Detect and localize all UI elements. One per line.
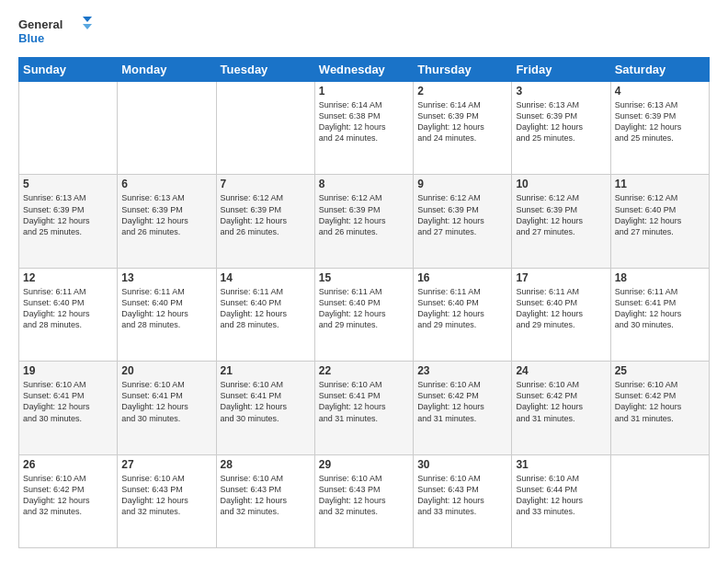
calendar-cell: 18Sunrise: 6:11 AM Sunset: 6:41 PM Dayli… (610, 268, 709, 361)
calendar-cell: 25Sunrise: 6:10 AM Sunset: 6:42 PM Dayli… (610, 362, 709, 454)
day-info: Sunrise: 6:11 AM Sunset: 6:40 PM Dayligh… (319, 286, 409, 331)
calendar-cell: 29Sunrise: 6:10 AM Sunset: 6:43 PM Dayli… (314, 454, 413, 547)
day-number: 8 (319, 178, 409, 190)
day-number: 25 (615, 364, 705, 377)
svg-text:Blue: Blue (18, 31, 44, 45)
day-info: Sunrise: 6:11 AM Sunset: 6:41 PM Dayligh… (615, 286, 705, 331)
calendar-week-row: 19Sunrise: 6:10 AM Sunset: 6:41 PM Dayli… (19, 362, 710, 454)
calendar-cell: 13Sunrise: 6:11 AM Sunset: 6:40 PM Dayli… (118, 268, 216, 361)
calendar-cell: 3Sunrise: 6:13 AM Sunset: 6:39 PM Daylig… (512, 82, 610, 175)
day-number: 10 (516, 178, 606, 190)
calendar-cell: 26Sunrise: 6:10 AM Sunset: 6:42 PM Dayli… (19, 454, 118, 547)
calendar-cell: 24Sunrise: 6:10 AM Sunset: 6:42 PM Dayli… (512, 362, 610, 454)
weekday-header: Saturday (610, 58, 709, 82)
calendar-cell: 31Sunrise: 6:10 AM Sunset: 6:44 PM Dayli… (512, 454, 610, 547)
day-info: Sunrise: 6:12 AM Sunset: 6:39 PM Dayligh… (221, 192, 311, 237)
calendar-cell: 23Sunrise: 6:10 AM Sunset: 6:42 PM Dayli… (414, 362, 512, 454)
day-info: Sunrise: 6:14 AM Sunset: 6:38 PM Dayligh… (319, 99, 409, 144)
day-info: Sunrise: 6:13 AM Sunset: 6:39 PM Dayligh… (615, 99, 705, 144)
calendar-cell: 12Sunrise: 6:11 AM Sunset: 6:40 PM Dayli… (19, 268, 118, 361)
day-number: 13 (121, 271, 211, 284)
calendar-cell (19, 82, 118, 175)
day-number: 12 (23, 271, 113, 284)
day-number: 5 (23, 178, 113, 190)
day-info: Sunrise: 6:10 AM Sunset: 6:43 PM Dayligh… (221, 473, 311, 518)
day-info: Sunrise: 6:10 AM Sunset: 6:43 PM Dayligh… (417, 473, 507, 518)
calendar-cell: 8Sunrise: 6:12 AM Sunset: 6:39 PM Daylig… (314, 175, 413, 268)
day-number: 4 (615, 85, 705, 98)
calendar-cell: 27Sunrise: 6:10 AM Sunset: 6:43 PM Dayli… (118, 454, 216, 547)
calendar-cell: 9Sunrise: 6:12 AM Sunset: 6:39 PM Daylig… (414, 175, 512, 268)
day-number: 21 (221, 364, 311, 377)
weekday-header: Wednesday (314, 58, 413, 82)
calendar-cell: 4Sunrise: 6:13 AM Sunset: 6:39 PM Daylig… (610, 82, 709, 175)
weekday-header: Friday (512, 58, 610, 82)
day-info: Sunrise: 6:11 AM Sunset: 6:40 PM Dayligh… (417, 286, 507, 331)
logo: General Blue (18, 15, 92, 48)
calendar-cell: 15Sunrise: 6:11 AM Sunset: 6:40 PM Dayli… (314, 268, 413, 361)
calendar-cell (216, 82, 314, 175)
day-number: 30 (417, 458, 507, 471)
calendar-cell: 20Sunrise: 6:10 AM Sunset: 6:41 PM Dayli… (118, 362, 216, 454)
day-number: 19 (23, 364, 113, 377)
day-number: 14 (221, 271, 311, 284)
day-info: Sunrise: 6:10 AM Sunset: 6:42 PM Dayligh… (417, 379, 507, 424)
header: General Blue (18, 15, 710, 48)
day-info: Sunrise: 6:13 AM Sunset: 6:39 PM Dayligh… (121, 192, 211, 237)
weekday-header: Monday (118, 58, 216, 82)
day-number: 6 (121, 178, 211, 190)
day-number: 22 (319, 364, 409, 377)
calendar-cell: 19Sunrise: 6:10 AM Sunset: 6:41 PM Dayli… (19, 362, 118, 454)
day-number: 11 (615, 178, 705, 190)
calendar-cell: 16Sunrise: 6:11 AM Sunset: 6:40 PM Dayli… (414, 268, 512, 361)
day-info: Sunrise: 6:14 AM Sunset: 6:39 PM Dayligh… (417, 99, 507, 144)
day-info: Sunrise: 6:11 AM Sunset: 6:40 PM Dayligh… (516, 286, 606, 331)
calendar-week-row: 12Sunrise: 6:11 AM Sunset: 6:40 PM Dayli… (19, 268, 710, 361)
day-number: 3 (516, 85, 606, 98)
calendar-cell: 30Sunrise: 6:10 AM Sunset: 6:43 PM Dayli… (414, 454, 512, 547)
weekday-header: Thursday (414, 58, 512, 82)
day-info: Sunrise: 6:10 AM Sunset: 6:42 PM Dayligh… (615, 379, 705, 424)
day-number: 26 (23, 458, 113, 471)
logo-svg: General Blue (18, 15, 92, 48)
calendar-cell: 14Sunrise: 6:11 AM Sunset: 6:40 PM Dayli… (216, 268, 314, 361)
day-info: Sunrise: 6:12 AM Sunset: 6:40 PM Dayligh… (615, 192, 705, 237)
svg-text:General: General (18, 17, 63, 31)
calendar-cell (118, 82, 216, 175)
svg-marker-1 (83, 17, 92, 22)
calendar-header-row: SundayMondayTuesdayWednesdayThursdayFrid… (19, 58, 710, 82)
weekday-header: Sunday (19, 58, 118, 82)
day-info: Sunrise: 6:13 AM Sunset: 6:39 PM Dayligh… (516, 99, 606, 144)
calendar-table: SundayMondayTuesdayWednesdayThursdayFrid… (18, 57, 710, 548)
calendar-cell: 21Sunrise: 6:10 AM Sunset: 6:41 PM Dayli… (216, 362, 314, 454)
calendar-cell: 2Sunrise: 6:14 AM Sunset: 6:39 PM Daylig… (414, 82, 512, 175)
calendar-week-row: 5Sunrise: 6:13 AM Sunset: 6:39 PM Daylig… (19, 175, 710, 268)
day-info: Sunrise: 6:12 AM Sunset: 6:39 PM Dayligh… (319, 192, 409, 237)
day-number: 27 (121, 458, 211, 471)
day-info: Sunrise: 6:12 AM Sunset: 6:39 PM Dayligh… (516, 192, 606, 237)
calendar-cell: 7Sunrise: 6:12 AM Sunset: 6:39 PM Daylig… (216, 175, 314, 268)
day-info: Sunrise: 6:11 AM Sunset: 6:40 PM Dayligh… (121, 286, 211, 331)
day-number: 1 (319, 85, 409, 98)
calendar-cell: 5Sunrise: 6:13 AM Sunset: 6:39 PM Daylig… (19, 175, 118, 268)
day-number: 15 (319, 271, 409, 284)
day-number: 29 (319, 458, 409, 471)
day-number: 17 (516, 271, 606, 284)
day-info: Sunrise: 6:11 AM Sunset: 6:40 PM Dayligh… (23, 286, 113, 331)
weekday-header: Tuesday (216, 58, 314, 82)
day-number: 24 (516, 364, 606, 377)
calendar-week-row: 1Sunrise: 6:14 AM Sunset: 6:38 PM Daylig… (19, 82, 710, 175)
day-number: 31 (516, 458, 606, 471)
day-number: 18 (615, 271, 705, 284)
day-info: Sunrise: 6:10 AM Sunset: 6:42 PM Dayligh… (23, 473, 113, 518)
day-number: 16 (417, 271, 507, 284)
calendar-cell: 22Sunrise: 6:10 AM Sunset: 6:41 PM Dayli… (314, 362, 413, 454)
day-info: Sunrise: 6:11 AM Sunset: 6:40 PM Dayligh… (221, 286, 311, 331)
day-info: Sunrise: 6:10 AM Sunset: 6:41 PM Dayligh… (121, 379, 211, 424)
calendar-week-row: 26Sunrise: 6:10 AM Sunset: 6:42 PM Dayli… (19, 454, 710, 547)
day-info: Sunrise: 6:10 AM Sunset: 6:41 PM Dayligh… (23, 379, 113, 424)
day-info: Sunrise: 6:13 AM Sunset: 6:39 PM Dayligh… (23, 192, 113, 237)
page: General Blue SundayMondayTuesdayWednesda… (0, 0, 728, 563)
day-info: Sunrise: 6:10 AM Sunset: 6:43 PM Dayligh… (121, 473, 211, 518)
day-number: 23 (417, 364, 507, 377)
